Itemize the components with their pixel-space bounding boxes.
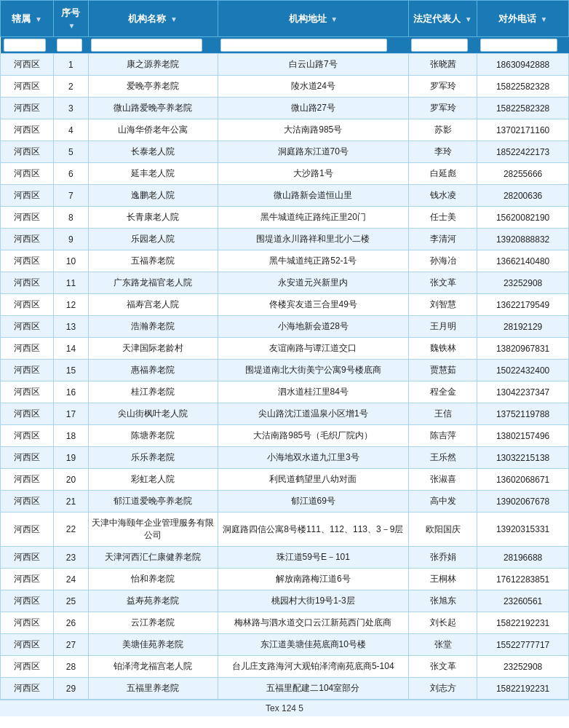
filter-seq-input[interactable] (57, 39, 82, 52)
cell-address: 陵水道24号 (218, 76, 408, 98)
filter-name-cell (88, 37, 218, 54)
cell-name: 乐园老人院 (88, 229, 218, 250)
cell-rep: 刘智慧 (408, 294, 477, 316)
cell-name: 微山路爱晚亭养老院 (88, 98, 218, 119)
table-row: 河西区12福寿宫老人院佟楼宾友道三合里49号刘智慧13622179549 (1, 294, 569, 316)
cell-phone: 13042237347 (477, 381, 569, 403)
cell-name: 五福养老院 (88, 250, 218, 272)
cell-region: 河西区 (1, 272, 54, 294)
cell-seq: 3 (54, 98, 88, 119)
cell-name: 乐乐养老院 (88, 447, 218, 469)
cell-name: 桂江养老院 (88, 381, 218, 403)
cell-seq: 21 (54, 491, 88, 513)
cell-region: 河西区 (1, 678, 54, 700)
cell-address: 台儿庄支路海河大观铂泽湾南苑底商5-104 (218, 656, 408, 678)
header-name[interactable]: 机构名称 ▼ (88, 1, 218, 37)
table-row: 河西区7逸鹏老人院微山路新会道恒山里钱水凌28200636 (1, 185, 569, 207)
header-seq[interactable]: 序号 ▼ (54, 1, 88, 37)
sort-icon-phone[interactable]: ▼ (540, 15, 547, 23)
sort-icon-name[interactable]: ▼ (170, 15, 178, 23)
header-row: 辖属 ▼ 序号 ▼ 机构名称 ▼ 机构地址 ▼ 法定代表人 ▼ (1, 1, 569, 37)
table-body: 河西区1康之源养老院白云山路7号张晓茜18630942888河西区2爱晚亭养老院… (1, 54, 569, 700)
cell-name: 铂泽湾龙福宫老人院 (88, 656, 218, 678)
cell-region: 河西区 (1, 513, 54, 547)
cell-region: 河西区 (1, 98, 54, 119)
cell-name: 康之源养老院 (88, 54, 218, 76)
cell-phone: 18630942888 (477, 54, 569, 76)
filter-seq-cell (54, 37, 88, 54)
cell-phone: 13602068671 (477, 469, 569, 491)
cell-rep: 刘志方 (408, 678, 477, 700)
cell-phone: 23252908 (477, 656, 569, 678)
cell-seq: 11 (54, 272, 88, 294)
cell-phone: 17612283851 (477, 569, 569, 590)
cell-region: 河西区 (1, 250, 54, 272)
table-row: 河西区9乐园老人院围堤道永川路祥和里北小二楼李清河13920888832 (1, 229, 569, 250)
table-row: 河西区18陈塘养老院大沽南路985号（毛织厂院内）陈吉萍13802157496 (1, 425, 569, 447)
cell-name: 浩瀚养老院 (88, 316, 218, 338)
header-rep[interactable]: 法定代表人 ▼ (408, 1, 477, 37)
cell-seq: 24 (54, 569, 88, 590)
filter-name-input[interactable] (91, 39, 202, 52)
cell-address: 梅林路与泗水道交口云江新苑西门处底商 (218, 612, 408, 634)
cell-address: 大沙路1号 (218, 163, 408, 185)
table-row: 河西区13浩瀚养老院小海地新会道28号王月明28192129 (1, 316, 569, 338)
sort-icon-rep[interactable]: ▼ (465, 15, 472, 23)
sort-icon-region[interactable]: ▼ (35, 15, 42, 23)
cell-rep: 王信 (408, 403, 477, 425)
table-row: 河西区20彩虹老人院利民道鹤望里八幼对面张淑喜13602068671 (1, 469, 569, 491)
cell-address: 大沽南路985号 (218, 119, 408, 141)
cell-seq: 14 (54, 338, 88, 360)
table-row: 河西区14天津国际老龄村友谊南路与谭江道交口魏铁林13820967831 (1, 338, 569, 360)
cell-rep: 李清河 (408, 229, 477, 250)
cell-rep: 王乐然 (408, 447, 477, 469)
cell-name: 云江养老院 (88, 612, 218, 634)
filter-rep-input[interactable] (411, 39, 468, 52)
cell-address: 郁江道69号 (218, 491, 408, 513)
header-phone[interactable]: 对外电话 ▼ (477, 1, 569, 37)
cell-rep: 欧阳国庆 (408, 513, 477, 547)
cell-address: 佟楼宾友道三合里49号 (218, 294, 408, 316)
cell-seq: 18 (54, 425, 88, 447)
cell-phone: 18522422173 (477, 141, 569, 163)
table-row: 河西区17尖山街枫叶老人院尖山路沈江道温泉小区增1号王信13752119788 (1, 403, 569, 425)
cell-region: 河西区 (1, 316, 54, 338)
sort-icon-address[interactable]: ▼ (330, 15, 338, 23)
cell-phone: 13032215138 (477, 447, 569, 469)
cell-address: 大沽南路985号（毛织厂院内） (218, 425, 408, 447)
cell-rep: 苏影 (408, 119, 477, 141)
sort-icon-seq[interactable]: ▼ (68, 22, 76, 30)
cell-region: 河西区 (1, 163, 54, 185)
cell-phone: 13920315331 (477, 513, 569, 547)
filter-region-input[interactable] (4, 39, 47, 52)
cell-region: 河西区 (1, 590, 54, 612)
cell-rep: 王桐林 (408, 569, 477, 590)
cell-rep: 张旭东 (408, 590, 477, 612)
table-row: 河西区24怡和养老院解放南路梅江道6号王桐林17612283851 (1, 569, 569, 590)
cell-region: 河西区 (1, 381, 54, 403)
cell-rep: 张乔娟 (408, 547, 477, 569)
cell-rep: 程全金 (408, 381, 477, 403)
cell-address: 东江道美塘佳苑底商10号楼 (218, 634, 408, 656)
header-address[interactable]: 机构地址 ▼ (218, 1, 408, 37)
cell-phone: 28192129 (477, 316, 569, 338)
cell-address: 解放南路梅江道6号 (218, 569, 408, 590)
cell-region: 河西区 (1, 54, 54, 76)
cell-seq: 16 (54, 381, 88, 403)
cell-seq: 9 (54, 229, 88, 250)
filter-phone-input[interactable] (480, 39, 557, 52)
cell-seq: 27 (54, 634, 88, 656)
filter-address-input[interactable] (220, 39, 387, 52)
filter-region-cell (1, 37, 54, 54)
cell-seq: 28 (54, 656, 88, 678)
cell-phone: 13802157496 (477, 425, 569, 447)
cell-phone: 13820967831 (477, 338, 569, 360)
cell-phone: 28255666 (477, 163, 569, 185)
cell-seq: 19 (54, 447, 88, 469)
cell-address: 围堤道南北大街美宁公寓9号楼底商 (218, 360, 408, 381)
table-row: 河西区19乐乐养老院小海地双水道九江里3号王乐然13032215138 (1, 447, 569, 469)
table-row: 河西区6延丰老人院大沙路1号白延彪28255666 (1, 163, 569, 185)
cell-region: 河西区 (1, 294, 54, 316)
header-region[interactable]: 辖属 ▼ (1, 1, 54, 37)
table-row: 河西区22天津中海颐年企业管理服务有限公司洞庭路四信公寓8号楼111、112、1… (1, 513, 569, 547)
